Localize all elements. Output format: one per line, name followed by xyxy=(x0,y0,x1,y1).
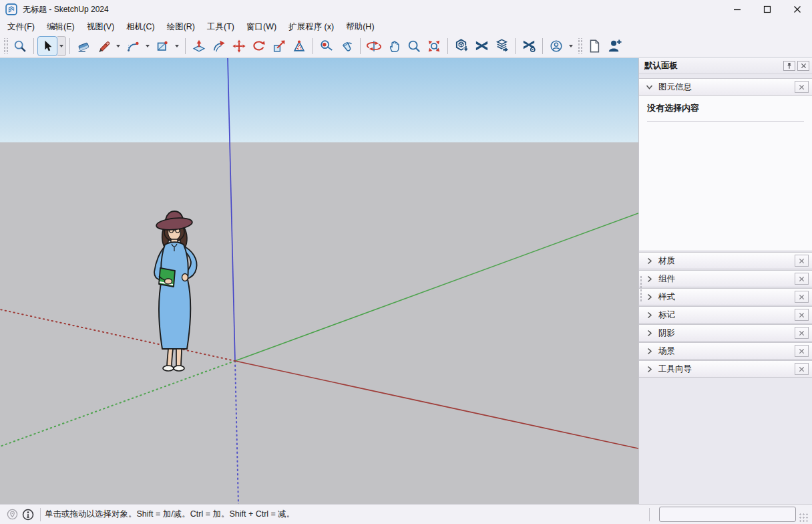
close-entity-info-button[interactable] xyxy=(795,81,809,93)
menu-window[interactable]: 窗口(W) xyxy=(240,19,282,35)
close-icon xyxy=(799,330,805,336)
toolbar-grip[interactable] xyxy=(3,38,8,54)
person-figure[interactable] xyxy=(154,211,197,371)
section-scenes-header[interactable]: 场景 xyxy=(639,342,812,360)
close-button[interactable] xyxy=(782,0,812,19)
close-materials-button[interactable] xyxy=(795,255,809,267)
minimize-icon xyxy=(733,5,741,13)
rectangle-tool-dropdown[interactable] xyxy=(172,36,182,56)
pin-panel-button[interactable] xyxy=(783,61,795,71)
menu-camera[interactable]: 相机(C) xyxy=(120,19,160,35)
close-styles-button[interactable] xyxy=(795,291,809,303)
section-entity-info-header[interactable]: 图元信息 xyxy=(639,78,812,96)
search-icon xyxy=(13,39,27,53)
section-materials-label: 材质 xyxy=(658,255,789,267)
rotate-tool-button[interactable] xyxy=(249,36,269,56)
toolbar-grip[interactable] xyxy=(578,38,582,54)
model-viewport[interactable] xyxy=(0,58,638,504)
panel-resize-grip[interactable] xyxy=(640,275,643,302)
window-controls xyxy=(722,0,812,19)
chevron-right-icon xyxy=(646,330,653,337)
sketchup-window: { "window": { "title": "无标题 - SketchUp 2… xyxy=(0,0,812,524)
select-arrow-icon xyxy=(40,39,55,53)
share-model-button[interactable] xyxy=(491,36,512,56)
default-panel-header[interactable]: 默认面板 xyxy=(639,58,812,74)
arc-tool-dropdown[interactable] xyxy=(143,36,152,56)
section-materials-header[interactable]: 材质 xyxy=(639,252,812,269)
zoom-extents-button[interactable] xyxy=(424,36,444,56)
orbit-tool-button[interactable] xyxy=(364,36,384,56)
extension-warehouse-button[interactable] xyxy=(471,36,491,56)
section-instructor-header[interactable]: 工具向导 xyxy=(639,360,812,378)
line-tool-button[interactable] xyxy=(93,36,114,56)
account-dropdown[interactable] xyxy=(566,36,576,56)
search-tool-button[interactable] xyxy=(10,36,30,56)
axis-red-solid xyxy=(235,361,638,448)
menu-edit[interactable]: 编辑(E) xyxy=(41,19,81,35)
close-icon xyxy=(799,276,805,282)
toolbar xyxy=(0,35,812,57)
extension-manager-button[interactable] xyxy=(519,36,539,56)
zoom-tool-button[interactable] xyxy=(404,36,424,56)
minimize-button[interactable] xyxy=(722,0,752,19)
menu-help[interactable]: 帮助(H) xyxy=(340,19,380,35)
select-tool-button[interactable] xyxy=(37,36,57,56)
toolbar-separator xyxy=(515,38,516,54)
toolbar-separator xyxy=(542,38,543,54)
close-components-button[interactable] xyxy=(795,273,809,285)
new-file-button[interactable] xyxy=(584,36,604,56)
close-scenes-button[interactable] xyxy=(795,345,809,357)
close-icon xyxy=(799,258,805,264)
sign-in-button[interactable] xyxy=(604,36,624,56)
scale-tool-button[interactable] xyxy=(269,36,289,56)
instructor-info-button[interactable] xyxy=(20,507,36,523)
section-shadows-header[interactable]: 阴影 xyxy=(639,324,812,342)
section-components-header[interactable]: 组件 xyxy=(639,270,812,287)
maximize-button[interactable] xyxy=(752,0,782,19)
follow-me-tool-button[interactable] xyxy=(209,36,229,56)
arc-icon xyxy=(126,39,140,53)
geolocation-icon xyxy=(7,509,18,520)
section-styles-header[interactable]: 样式 xyxy=(639,288,812,305)
menu-extensions[interactable]: 扩展程序 (x) xyxy=(282,19,340,35)
offset-tool-button[interactable] xyxy=(289,36,309,56)
chevron-right-icon xyxy=(646,348,653,355)
share-model-icon xyxy=(494,38,510,53)
menu-file[interactable]: 文件(F) xyxy=(1,19,41,35)
line-tool-dropdown[interactable] xyxy=(114,36,123,56)
eraser-tool-button[interactable] xyxy=(73,36,93,56)
close-shadows-button[interactable] xyxy=(795,327,809,339)
entity-info-empty-text: 没有选择内容 xyxy=(647,102,804,114)
arc-tool-button[interactable] xyxy=(123,36,143,56)
eraser-icon xyxy=(76,39,91,53)
menu-draw[interactable]: 绘图(R) xyxy=(161,19,201,35)
menu-tools[interactable]: 工具(T) xyxy=(201,19,240,35)
geolocation-button[interactable] xyxy=(4,507,20,523)
close-icon xyxy=(799,366,805,372)
close-tags-button[interactable] xyxy=(795,309,809,321)
push-pull-tool-button[interactable] xyxy=(189,36,209,56)
move-tool-button[interactable] xyxy=(229,36,249,56)
close-icon xyxy=(799,312,805,318)
pan-hand-icon xyxy=(387,39,401,53)
rectangle-tool-button[interactable] xyxy=(152,36,172,56)
3d-warehouse-button[interactable] xyxy=(451,36,471,56)
pan-tool-button[interactable] xyxy=(384,36,404,56)
sketchup-logo-icon xyxy=(5,3,18,16)
select-tool-dropdown[interactable] xyxy=(57,36,66,56)
axis-red-dotted xyxy=(0,309,235,361)
toolbar-separator xyxy=(360,38,361,54)
close-instructor-button[interactable] xyxy=(795,363,809,375)
tape-measure-tool-button[interactable] xyxy=(317,36,337,56)
pin-icon xyxy=(786,62,793,70)
measurement-input[interactable] xyxy=(659,507,796,522)
section-tags-header[interactable]: 标记 xyxy=(639,306,812,323)
account-button[interactable] xyxy=(546,36,566,56)
menu-view[interactable]: 视图(V) xyxy=(81,19,121,35)
close-panel-button[interactable] xyxy=(797,61,809,71)
paint-bucket-tool-button[interactable] xyxy=(337,36,357,56)
zoom-icon xyxy=(407,39,421,53)
window-resize-grip[interactable] xyxy=(799,513,808,522)
chevron-down-icon xyxy=(146,45,150,47)
divider xyxy=(647,121,804,122)
